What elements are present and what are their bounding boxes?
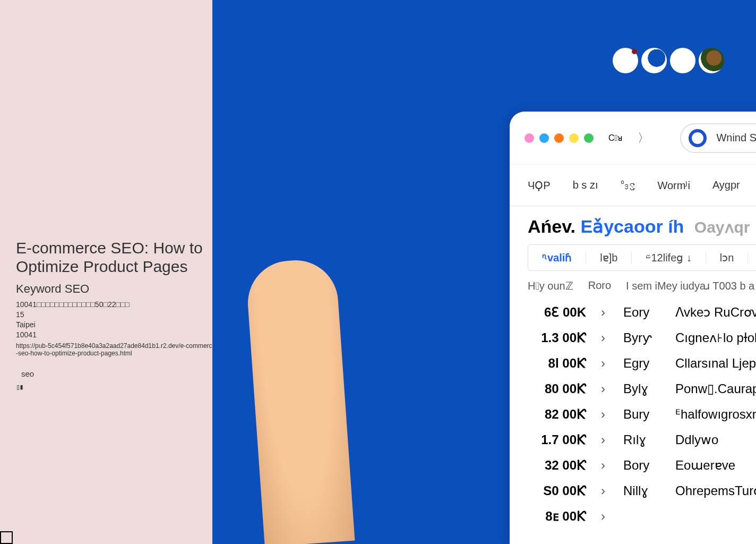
main-content: Ańev. Eǎyсaoor íh Oayᴧqr ᶯvaliɦ lɐ]b ༤12… [510,206,756,539]
logo-icon [670,48,695,73]
subheader: H⃭y ounℤ Roro I sem iMey iudyaɹ T003 b a [528,279,756,292]
titlebar: C⃔ᴚ 〉 Wnind Sроіеch Ovsaroning ?mats αit… [510,112,756,165]
chevron-right-icon: › [601,330,608,345]
chevron-right-icon: › [601,458,608,473]
chevron-right-icon: › [601,381,608,396]
table-row[interactable]: 8l 00Ƙ›EgryCllarsınal Ljeper [528,351,756,376]
page-title: E-commerce SEO: How to Optimize Product … [16,239,218,276]
sub-cell: I sem iMey iudyaɹ T003 b a [626,279,754,292]
dot-icon [539,133,549,143]
filter[interactable]: lɐ]b [586,251,632,264]
breadcrumb: Ańev. Eǎyсaoor íh Oayᴧqr [528,216,756,237]
table-row[interactable]: 1.3 00Ƙ›ByrƴCıgneᴧ꜔lo pƚolynrke [528,325,756,351]
article-meta: E-commerce SEO: How to Optimize Product … [16,239,218,391]
hero-panel: C⃔ᴚ 〉 Wnind Sроіеch Ovsaroning ?mats αit… [212,0,756,544]
search-bar[interactable]: Wnind Sроіеch Ovsaroning ?mats αitl ·· [680,123,756,153]
filter[interactable]: ᶯvaliɦ [528,251,586,264]
chevron-right-icon: › [601,432,608,447]
tab[interactable]: Wormᴶi [657,179,690,192]
table-row[interactable]: 80 00Ƙ›BylɣPonw▯.Caurapeɗnth [528,376,756,402]
page-subtitle: Keyword SEO [16,282,218,296]
barcode-icon: ▯▮ [16,382,218,391]
breadcrumb-part: Oayᴧqr [694,218,750,236]
search-text: Wnind Sроіеch Ovsaroning ?mats αitl ·· [716,132,756,144]
tab[interactable]: Aygpr [712,179,740,191]
logo-icon [641,48,667,73]
chevron-right-icon: › [601,407,608,422]
chevron-right-icon: › [601,305,608,320]
chevron-right-icon: › [601,356,608,371]
filter[interactable]: ⟿] [748,251,756,264]
chevron-right-icon: › [601,509,608,524]
sub-cell: Roro [588,279,611,292]
table-row[interactable]: 82 00Ƙ›Buryᴱhalfowıgrosxn [528,402,756,427]
source-url: https://pub-5c454f571b8e40a3a2aad27ade84… [16,342,218,357]
table-row[interactable]: 8ᴇ 00Ƙ› [528,504,756,529]
cursor-icon [0,531,13,544]
tab[interactable]: °₃ჽ [620,179,635,191]
filter-row: ᶯvaliɦ lɐ]b ༤12lifeց ↓ lɔn ⟿] ⎵ Tₖ ⟀_ Ex… [528,244,756,271]
browser-window: C⃔ᴚ 〉 Wnind Sроіеch Ovsaroning ?mats αit… [510,112,756,544]
tag-chip[interactable]: seo [16,367,39,380]
tab[interactable]: ЧϘΡ [528,179,551,192]
breadcrumb-part: Ańev. [528,216,575,236]
dot-icon [554,133,564,143]
back-icon[interactable]: C⃔ᴚ [608,133,623,143]
forward-icon[interactable]: 〉 [638,130,649,146]
sub-cell: H⃭y ounℤ [528,279,573,292]
table-row[interactable]: 32 00Ƙ›BoryEoɯerɐve [528,453,756,478]
address-city: Taipei [16,320,218,329]
table-row[interactable]: S0 00Ƙ›NillɣOhrepemsTurɑre [528,478,756,504]
logo-group [613,48,724,73]
keyword-table: 6Ɛ 00K›EoryɅvkeɔ RuCrơves 1.3 00Ƙ›ByrƴCı… [528,300,756,529]
table-row[interactable]: 6Ɛ 00K›EoryɅvkeɔ RuCrơves [528,300,756,325]
address-line-1: 10041□□□□□□□□□□□□□50□22□□□ [16,300,218,309]
tab[interactable]: b s zı [573,179,598,191]
window-controls[interactable] [525,133,594,143]
dot-icon [525,133,534,143]
logo-icon [699,48,724,73]
filter[interactable]: ༤12lifeց ↓ [632,251,706,264]
table-row[interactable]: 1.7 00Ƙ›RılɣDdlyᴡo [528,427,756,453]
address-line-2: 15 [16,310,218,319]
dot-icon [569,133,579,143]
tab-bar: ЧϘΡ b s zı °₃ჽ Wormᴶi Aygpr ⟨ Tē Tigeľv,… [510,165,756,206]
search-icon [689,129,707,147]
chevron-right-icon: › [601,483,608,498]
logo-icon [613,48,638,73]
filter[interactable]: lɔn [706,251,749,264]
address-zip: 10041 [16,330,218,339]
dot-icon [584,133,594,143]
breadcrumb-part: Eǎyсaoor íh [581,216,684,236]
